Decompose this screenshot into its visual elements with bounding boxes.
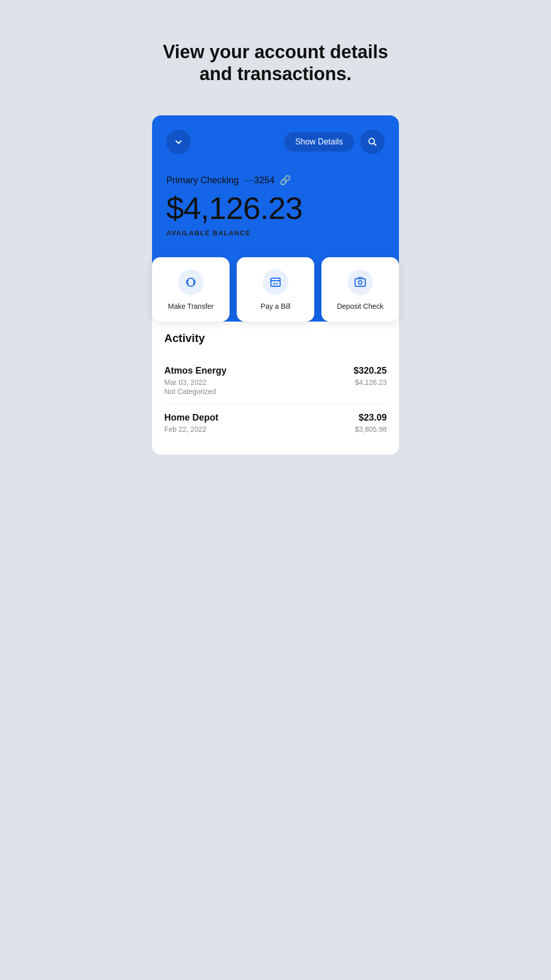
deposit-check-label: Deposit Check (337, 302, 383, 310)
activity-title: Activity (164, 332, 387, 345)
account-number: ····3254 (244, 175, 274, 186)
link-icon: 🔗 (280, 175, 291, 186)
card-controls: Show Details (166, 130, 385, 154)
transaction-balance: $3,805.98 (355, 425, 387, 433)
deposit-check-button[interactable]: Deposit Check (321, 257, 399, 322)
svg-rect-2 (355, 279, 365, 286)
transaction-name: Atmos Energy (164, 365, 227, 376)
page-title: View your account details and transactio… (158, 41, 393, 85)
dropdown-button[interactable] (166, 130, 191, 154)
deposit-check-icon-wrap (347, 270, 373, 295)
transaction-category: Not Categorized (164, 387, 227, 396)
account-card: Show Details Primary Checking ····3254 🔗… (152, 115, 399, 322)
account-label: Primary Checking ····3254 🔗 (166, 175, 385, 186)
pay-bill-button[interactable]: Pay a Bill (237, 257, 314, 322)
balance-amount: $4,126.23 (166, 190, 385, 226)
transaction-date: Mar 03, 2022 (164, 378, 227, 386)
show-details-button[interactable]: Show Details (284, 132, 354, 152)
svg-rect-1 (271, 278, 280, 286)
transaction-date: Feb 22, 2022 (164, 425, 218, 433)
balance-label: AVAILABLE BALANCE (166, 229, 385, 237)
controls-right: Show Details (284, 130, 385, 154)
transaction-name: Home Depot (164, 412, 218, 423)
page-header: View your account details and transactio… (138, 0, 413, 115)
show-details-label: Show Details (295, 137, 343, 146)
account-name: Primary Checking (166, 175, 239, 186)
actions-row: Make Transfer Pay a Bill (152, 257, 399, 322)
pay-bill-icon-wrap (263, 270, 288, 295)
transaction-item[interactable]: Atmos Energy Mar 03, 2022 Not Categorize… (164, 357, 387, 404)
make-transfer-label: Make Transfer (168, 302, 213, 310)
transaction-amount: $23.09 (359, 412, 387, 423)
pay-bill-label: Pay a Bill (261, 302, 290, 310)
transaction-balance: $4,126.23 (355, 378, 387, 386)
make-transfer-icon-wrap (178, 270, 204, 295)
svg-point-3 (359, 281, 362, 284)
transaction-amount: $320.25 (354, 365, 387, 376)
search-button[interactable] (360, 130, 385, 154)
make-transfer-button[interactable]: Make Transfer (152, 257, 230, 322)
transaction-item[interactable]: Home Depot Feb 22, 2022 $23.09 $3,805.98 (164, 404, 387, 443)
